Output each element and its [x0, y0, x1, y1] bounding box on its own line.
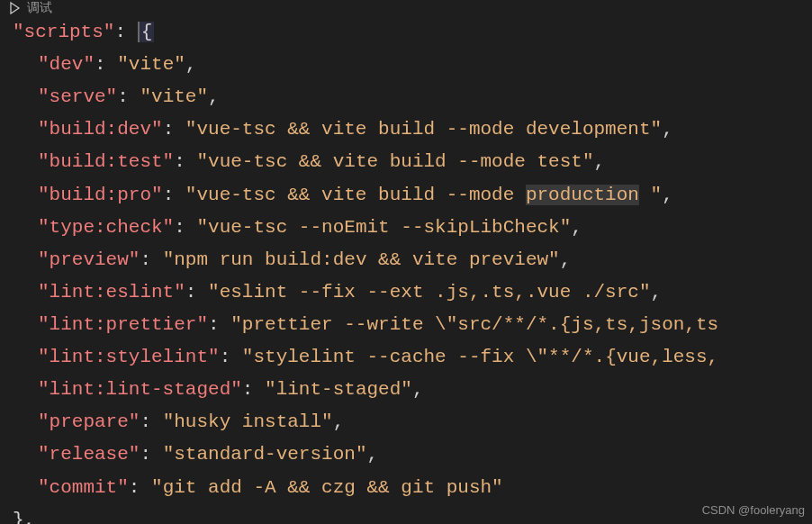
scripts-key-line: "scripts": { [0, 16, 812, 49]
entry-value: "husky install" [163, 411, 333, 432]
entry-key: "lint:prettier" [38, 314, 208, 335]
colon: : [208, 314, 230, 335]
script-entry: "lint:prettier": "prettier --write \"src… [0, 309, 812, 341]
entry-value: "vue-tsc && vite build --mode developmen… [185, 119, 662, 140]
code-editor[interactable]: "scripts": { "dev": "vite","serve": "vit… [0, 16, 812, 524]
entry-value: "vue-tsc && vite build --mode test" [196, 151, 593, 172]
script-entry: "preview": "npm run build:dev && vite pr… [0, 244, 812, 276]
play-icon [7, 1, 22, 15]
entry-key: "release" [38, 444, 140, 465]
script-entry: "build:dev": "vue-tsc && vite build --mo… [0, 113, 812, 146]
colon: : [163, 185, 185, 205]
script-entry: "lint:stylelint": "stylelint --cache --f… [0, 341, 812, 374]
comma: , [333, 411, 345, 432]
comma: , [560, 249, 572, 270]
script-entry: "build:test": "vue-tsc && vite build --m… [0, 146, 812, 178]
entry-key: "commit" [38, 477, 129, 498]
entry-value: "stylelint --cache --fix \"**/*.{vue,les… [242, 347, 718, 367]
entry-key: "build:dev" [38, 119, 163, 140]
entry-key: "build:pro" [38, 185, 163, 205]
colon: : [95, 54, 117, 75]
colon: : [140, 411, 162, 432]
watermark: CSDN @fooleryang [702, 503, 805, 517]
colon: : [163, 119, 185, 140]
script-entry: "dev": "vite", [0, 49, 812, 81]
colon: : [129, 477, 151, 498]
debug-bar[interactable]: 调试 [0, 0, 812, 16]
entry-key: "serve" [38, 86, 117, 107]
entry-key: "dev" [38, 54, 95, 75]
comma: , [662, 119, 673, 140]
colon: : [117, 86, 140, 107]
root-key: scripts [24, 22, 104, 42]
colon: : [174, 217, 196, 238]
highlight: production [526, 185, 639, 205]
entry-value: "vue-tsc --noEmit --skipLibCheck" [196, 217, 571, 238]
script-entry: "type:check": "vue-tsc --noEmit --skipLi… [0, 212, 812, 244]
entry-value: "vite" [117, 54, 185, 75]
entry-value: "lint-staged" [265, 379, 412, 400]
entry-key: "build:test" [38, 151, 174, 172]
colon: : [220, 347, 242, 367]
entry-key: "type:check" [38, 217, 174, 238]
entry-value: "eslint --fix --ext .js,.ts,.vue ./src" [208, 282, 650, 303]
colon: : [242, 379, 265, 400]
script-entry: "build:pro": "vue-tsc && vite build --mo… [0, 179, 812, 212]
colon: : [140, 444, 162, 465]
script-entry: "prepare": "husky install", [0, 406, 812, 438]
script-entry: "serve": "vite", [0, 81, 812, 113]
comma: , [412, 379, 424, 400]
script-entry: "release": "standard-version", [0, 438, 812, 471]
entry-value: "prettier --write \"src/**/*.{js,ts,json… [230, 314, 718, 335]
script-entry: "lint:eslint": "eslint --fix --ext .js,.… [0, 276, 812, 309]
entry-value: "git add -A && czg && git push" [151, 477, 503, 498]
entry-value: "standard-version" [163, 444, 367, 465]
comma: , [571, 217, 582, 238]
script-entry: "commit": "git add -A && czg && git push… [0, 472, 812, 504]
debug-label: 调试 [27, 0, 52, 16]
comma: , [366, 444, 378, 465]
comma: , [185, 54, 197, 75]
comma: , [594, 151, 606, 172]
entry-value: "npm run build:dev && vite preview" [163, 249, 560, 270]
comma: , [208, 86, 220, 107]
entry-key: "preview" [38, 249, 140, 270]
entry-key: "prepare" [38, 411, 140, 432]
comma: , [662, 185, 673, 205]
closing-brace: }, [0, 504, 812, 524]
comma: , [651, 282, 663, 303]
script-entry: "lint:lint-staged": "lint-staged", [0, 374, 812, 406]
entry-value: "vue-tsc && vite build --mode production… [185, 185, 662, 205]
entry-key: "lint:stylelint" [38, 347, 220, 367]
colon: : [185, 282, 208, 303]
colon: : [174, 151, 196, 172]
entry-key: "lint:lint-staged" [38, 379, 242, 400]
entry-key: "lint:eslint" [38, 282, 185, 303]
colon: : [140, 249, 162, 270]
entry-value: "vite" [140, 86, 208, 107]
